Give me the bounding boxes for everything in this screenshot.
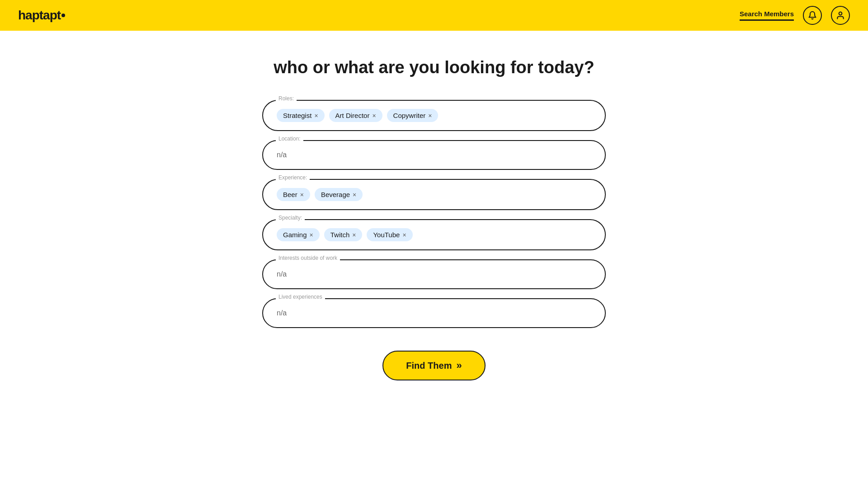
tag-strategist: Strategist ×: [277, 109, 325, 122]
remove-twitch-button[interactable]: ×: [352, 232, 356, 238]
header: haptapt Search Members: [0, 0, 868, 31]
logo: haptapt: [18, 8, 65, 23]
interests-label: Interests outside of work: [276, 255, 340, 261]
remove-strategist-button[interactable]: ×: [314, 113, 318, 119]
remove-copywriter-button[interactable]: ×: [428, 113, 432, 119]
tag-gaming-label: Gaming: [283, 231, 307, 239]
location-field: Location: n/a: [262, 140, 606, 170]
experience-box[interactable]: Beer × Beverage ×: [262, 179, 606, 210]
roles-box[interactable]: Strategist × Art Director × Copywriter ×: [262, 100, 606, 131]
remove-art-director-button[interactable]: ×: [372, 113, 376, 119]
logo-text: haptapt: [18, 8, 61, 23]
tag-beer: Beer ×: [277, 188, 310, 201]
lived-experiences-value: n/a: [277, 309, 287, 317]
search-members-link[interactable]: Search Members: [740, 10, 794, 21]
tag-twitch-label: Twitch: [330, 231, 350, 239]
interests-box[interactable]: n/a: [262, 259, 606, 289]
remove-beverage-button[interactable]: ×: [353, 192, 356, 198]
tag-strategist-label: Strategist: [283, 112, 311, 119]
specialty-box[interactable]: Gaming × Twitch × YouTube ×: [262, 219, 606, 250]
tag-youtube: YouTube ×: [367, 228, 412, 241]
location-label: Location:: [276, 136, 303, 142]
lived-experiences-field: Lived experiences n/a: [262, 298, 606, 328]
location-box[interactable]: n/a: [262, 140, 606, 170]
experience-field: Experience: Beer × Beverage ×: [262, 179, 606, 210]
lived-experiences-box[interactable]: n/a: [262, 298, 606, 328]
interests-field: Interests outside of work n/a: [262, 259, 606, 289]
header-right: Search Members: [740, 6, 850, 25]
tag-beer-label: Beer: [283, 191, 297, 198]
specialty-field: Specialty: Gaming × Twitch × YouTube ×: [262, 219, 606, 250]
tag-beverage-label: Beverage: [321, 191, 350, 198]
tag-art-director: Art Director ×: [329, 109, 382, 122]
find-them-button[interactable]: Find Them »: [382, 351, 485, 380]
tag-copywriter: Copywriter ×: [387, 109, 439, 122]
tag-copywriter-label: Copywriter: [393, 112, 426, 119]
lived-experiences-label: Lived experiences: [276, 294, 325, 300]
tag-twitch: Twitch ×: [324, 228, 363, 241]
remove-gaming-button[interactable]: ×: [310, 232, 313, 238]
specialty-label: Specialty:: [276, 215, 305, 221]
tag-youtube-label: YouTube: [373, 231, 400, 239]
notification-button[interactable]: [803, 6, 822, 25]
main-content: who or what are you looking for today? R…: [0, 31, 868, 417]
svg-point-0: [839, 12, 842, 15]
roles-field: Roles: Strategist × Art Director × Copyw…: [262, 100, 606, 131]
user-button[interactable]: [831, 6, 850, 25]
tag-beverage: Beverage ×: [315, 188, 363, 201]
chevrons-right-icon: »: [456, 360, 462, 371]
page-title: who or what are you looking for today?: [274, 58, 594, 77]
logo-dot: [61, 14, 65, 17]
interests-value: n/a: [277, 270, 287, 278]
search-form: Roles: Strategist × Art Director × Copyw…: [262, 100, 606, 380]
tag-gaming: Gaming ×: [277, 228, 320, 241]
tag-art-director-label: Art Director: [335, 112, 370, 119]
roles-label: Roles:: [276, 95, 297, 102]
remove-beer-button[interactable]: ×: [300, 192, 304, 198]
bell-icon: [808, 11, 817, 20]
remove-youtube-button[interactable]: ×: [402, 232, 406, 238]
experience-label: Experience:: [276, 174, 310, 181]
location-value: n/a: [277, 151, 287, 159]
user-icon: [836, 11, 845, 20]
find-them-label: Find Them: [406, 361, 452, 371]
